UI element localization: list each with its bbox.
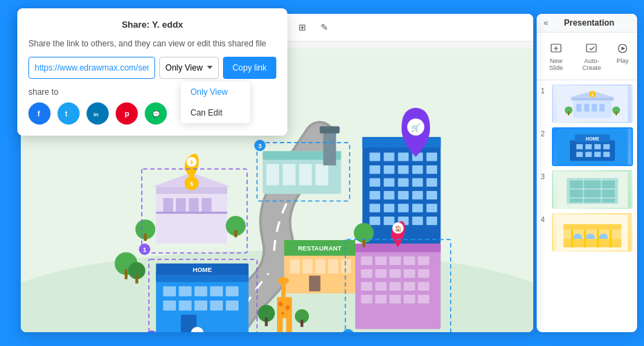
svg-rect-66 <box>427 179 437 187</box>
svg-rect-127 <box>389 269 400 277</box>
svg-rect-160 <box>286 318 292 332</box>
slide-thumbnail-4 <box>552 213 633 252</box>
svg-rect-51 <box>362 137 440 147</box>
slide-item-3[interactable]: 3 <box>541 170 633 209</box>
svg-rect-36 <box>570 199 615 203</box>
facebook-share-button[interactable]: f <box>28 102 51 125</box>
svg-rect-58 <box>384 165 394 174</box>
svg-rect-35 <box>570 190 615 197</box>
svg-rect-135 <box>361 295 372 303</box>
new-slide-tool[interactable]: New Slide <box>539 38 573 74</box>
share-link-row: Only View Copy link Only View Can Edit <box>28 57 276 79</box>
svg-rect-122 <box>389 257 400 265</box>
svg-rect-176 <box>362 239 365 247</box>
slide-item-1[interactable]: 1 $ <box>541 84 633 123</box>
svg-text:HOME: HOME <box>586 136 600 141</box>
new-slide-icon <box>548 41 564 56</box>
svg-text:💬: 💬 <box>152 110 161 118</box>
svg-rect-172 <box>125 269 127 279</box>
linkedin-share-button[interactable]: in <box>87 102 109 125</box>
toolbar-edit[interactable]: ✎ <box>314 18 334 37</box>
copy-link-button[interactable]: Copy link <box>223 57 276 79</box>
svg-marker-5 <box>622 47 626 51</box>
svg-rect-120 <box>361 257 372 265</box>
svg-rect-75 <box>412 204 422 212</box>
share-description: Share the link to others, and they can v… <box>28 38 276 50</box>
can-edit-option[interactable]: Can Edit <box>181 102 250 123</box>
collapse-icon[interactable]: « <box>544 18 548 28</box>
svg-rect-59 <box>398 165 409 174</box>
twitter-share-button[interactable]: t <box>57 102 80 125</box>
svg-rect-17 <box>568 111 569 116</box>
svg-rect-90 <box>323 130 337 165</box>
svg-rect-44 <box>584 229 586 247</box>
svg-rect-63 <box>384 179 394 187</box>
svg-text:f: f <box>37 109 40 118</box>
slide-number-1: 1 <box>541 84 549 95</box>
svg-text:🛒: 🛒 <box>411 123 420 132</box>
svg-rect-116 <box>341 260 351 274</box>
svg-rect-136 <box>375 295 386 303</box>
svg-text:1: 1 <box>143 246 146 253</box>
svg-text:3: 3 <box>258 143 262 149</box>
panel-tools: New Slide Auto-Create Play <box>537 33 637 80</box>
svg-rect-126 <box>375 269 386 277</box>
chevron-down-icon <box>207 66 213 69</box>
svg-rect-100 <box>202 198 211 212</box>
svg-rect-72 <box>370 204 380 212</box>
only-view-option[interactable]: Only View <box>181 82 250 102</box>
svg-rect-137 <box>389 295 400 303</box>
svg-rect-155 <box>226 300 239 310</box>
permission-dropdown[interactable]: Only View <box>159 57 219 79</box>
presentation-panel: « Presentation New Slide Auto-Create <box>537 14 637 332</box>
svg-rect-113 <box>303 260 312 274</box>
svg-rect-103 <box>144 234 147 241</box>
svg-rect-99 <box>189 198 199 212</box>
share-link-input[interactable] <box>28 57 155 79</box>
svg-text:t: t <box>65 110 68 118</box>
svg-rect-38 <box>601 178 602 203</box>
svg-rect-41 <box>564 224 622 229</box>
toolbar-zoom[interactable]: ⊞ <box>292 18 312 37</box>
play-tool[interactable]: Play <box>611 38 634 74</box>
svg-rect-70 <box>412 191 422 199</box>
wechat-share-button[interactable]: 💬 <box>145 102 167 125</box>
slide-item-4[interactable]: 4 <box>541 213 633 252</box>
slide-item-2[interactable]: 2 HOME <box>541 127 633 166</box>
svg-rect-67 <box>370 191 380 199</box>
svg-rect-68 <box>384 191 394 199</box>
svg-text:in: in <box>93 111 98 118</box>
svg-rect-78 <box>384 217 394 225</box>
svg-rect-88 <box>299 164 312 185</box>
svg-rect-133 <box>404 282 415 291</box>
svg-rect-37 <box>583 178 584 203</box>
permission-dropdown-menu: Only View Can Edit <box>181 82 250 123</box>
svg-rect-69 <box>398 191 409 199</box>
svg-rect-162 <box>281 283 285 301</box>
svg-rect-139 <box>418 295 429 303</box>
svg-rect-97 <box>163 198 173 212</box>
svg-point-165 <box>285 306 289 310</box>
svg-rect-22 <box>576 144 582 149</box>
svg-rect-24 <box>594 144 600 149</box>
pinterest-share-button[interactable]: p <box>116 102 138 125</box>
svg-rect-71 <box>427 191 437 199</box>
svg-rect-138 <box>404 295 415 303</box>
permission-label: Only View <box>166 63 203 73</box>
svg-rect-28 <box>594 152 600 156</box>
play-icon <box>615 41 630 56</box>
svg-rect-170 <box>301 320 303 327</box>
svg-rect-8 <box>576 104 581 111</box>
svg-point-163 <box>278 277 289 284</box>
svg-text:$: $ <box>190 181 193 188</box>
svg-rect-124 <box>418 257 429 265</box>
svg-rect-73 <box>384 204 394 212</box>
svg-rect-129 <box>418 269 429 277</box>
svg-rect-57 <box>370 165 380 174</box>
auto-create-tool[interactable]: Auto-Create <box>573 38 611 74</box>
play-label: Play <box>616 57 629 64</box>
panel-title: Presentation <box>548 18 630 28</box>
slide-thumbnail-3 <box>552 170 633 209</box>
svg-rect-64 <box>398 179 409 187</box>
svg-rect-19 <box>616 111 617 116</box>
